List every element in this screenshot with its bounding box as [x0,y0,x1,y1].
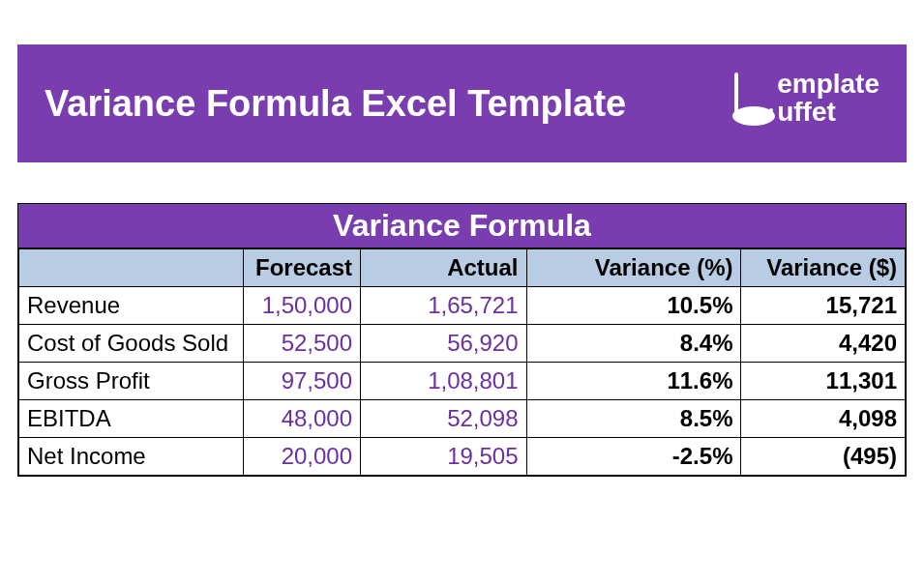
header-actual: Actual [361,249,526,287]
cell-actual: 19,505 [361,438,526,476]
cell-actual: 56,920 [361,325,526,363]
brand-logo: emplate uffet [727,70,879,137]
cell-actual: 52,098 [361,400,526,438]
cell-variance-pct: 8.4% [526,325,741,363]
row-label: Cost of Goods Sold [19,325,244,363]
svg-point-0 [732,106,775,126]
cell-variance-dollar: (495) [741,438,906,476]
cell-forecast: 97,500 [244,363,361,400]
cell-variance-pct: 8.5% [526,400,741,438]
cell-actual: 1,08,801 [361,363,526,400]
row-label: Net Income [19,438,244,476]
row-label: Revenue [19,287,244,325]
cell-variance-pct: 11.6% [526,363,741,400]
cell-variance-dollar: 4,420 [741,325,906,363]
table-row: EBITDA 48,000 52,098 8.5% 4,098 [19,400,906,438]
variance-table: Forecast Actual Variance (%) Variance ($… [18,248,906,476]
cell-forecast: 20,000 [244,438,361,476]
table-row: Cost of Goods Sold 52,500 56,920 8.4% 4,… [19,325,906,363]
table-header-row: Forecast Actual Variance (%) Variance ($… [19,249,906,287]
header-variance-pct: Variance (%) [526,249,741,287]
banner-header: Variance Formula Excel Template emplate … [17,44,907,162]
brand-text: emplate uffet [777,70,879,127]
cell-forecast: 1,50,000 [244,287,361,325]
cell-actual: 1,65,721 [361,287,526,325]
table-row: Net Income 20,000 19,505 -2.5% (495) [19,438,906,476]
table-row: Revenue 1,50,000 1,65,721 10.5% 15,721 [19,287,906,325]
header-forecast: Forecast [244,249,361,287]
cell-forecast: 52,500 [244,325,361,363]
cell-forecast: 48,000 [244,400,361,438]
cell-variance-dollar: 11,301 [741,363,906,400]
header-blank [19,249,244,287]
cell-variance-pct: 10.5% [526,287,741,325]
row-label: EBITDA [19,400,244,438]
header-variance-dollar: Variance ($) [741,249,906,287]
row-label: Gross Profit [19,363,244,400]
page-title: Variance Formula Excel Template [45,83,626,125]
cell-variance-dollar: 15,721 [741,287,906,325]
cell-variance-dollar: 4,098 [741,400,906,438]
table-title: Variance Formula [18,204,906,248]
brand-line1: emplate [777,70,879,98]
brand-line2: uffet [777,98,879,126]
table-row: Gross Profit 97,500 1,08,801 11.6% 11,30… [19,363,906,400]
cell-variance-pct: -2.5% [526,438,741,476]
variance-table-container: Variance Formula Forecast Actual Varianc… [17,203,907,477]
ladle-icon [727,70,783,137]
